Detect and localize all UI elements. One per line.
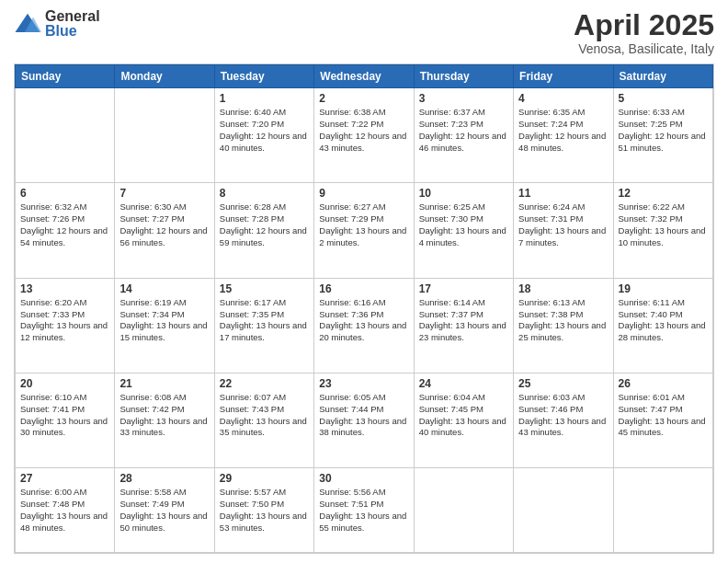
day-number: 23 [319, 377, 408, 390]
table-row [414, 468, 513, 553]
table-row: 20Sunrise: 6:10 AMSunset: 7:41 PMDayligh… [16, 373, 115, 467]
day-info: Sunrise: 5:58 AMSunset: 7:49 PMDaylight:… [119, 487, 209, 534]
day-info: Sunrise: 6:11 AMSunset: 7:40 PMDaylight:… [619, 297, 708, 344]
day-number: 25 [518, 377, 608, 390]
page: General Blue April 2025 Venosa, Basilica… [0, 0, 728, 563]
day-number: 22 [220, 377, 309, 390]
col-saturday: Saturday [613, 65, 712, 88]
logo-blue-text: Blue [45, 24, 100, 39]
day-number: 15 [220, 282, 309, 295]
table-row: 22Sunrise: 6:07 AMSunset: 7:43 PMDayligh… [214, 373, 313, 467]
col-thursday: Thursday [414, 65, 513, 88]
table-row [16, 88, 115, 183]
day-number: 1 [220, 92, 309, 105]
day-info: Sunrise: 6:30 AMSunset: 7:27 PMDaylight:… [119, 201, 209, 248]
day-info: Sunrise: 6:22 AMSunset: 7:32 PMDaylight:… [619, 201, 708, 248]
header: General Blue April 2025 Venosa, Basilica… [14, 9, 714, 56]
day-number: 30 [319, 472, 408, 485]
day-number: 19 [619, 282, 708, 295]
day-info: Sunrise: 6:37 AMSunset: 7:23 PMDaylight:… [419, 107, 508, 154]
day-number: 10 [419, 187, 508, 200]
day-info: Sunrise: 6:08 AMSunset: 7:42 PMDaylight:… [119, 392, 209, 439]
day-info: Sunrise: 6:20 AMSunset: 7:33 PMDaylight:… [20, 297, 109, 344]
col-friday: Friday [514, 65, 613, 88]
day-number: 8 [220, 187, 309, 200]
day-number: 14 [119, 282, 209, 295]
table-row: 6Sunrise: 6:32 AMSunset: 7:26 PMDaylight… [16, 183, 115, 278]
table-row: 3Sunrise: 6:37 AMSunset: 7:23 PMDaylight… [414, 88, 513, 183]
day-number: 28 [119, 472, 209, 485]
col-tuesday: Tuesday [214, 65, 313, 88]
table-row: 26Sunrise: 6:01 AMSunset: 7:47 PMDayligh… [613, 373, 712, 467]
calendar: Sunday Monday Tuesday Wednesday Thursday… [14, 63, 714, 554]
table-row: 28Sunrise: 5:58 AMSunset: 7:49 PMDayligh… [115, 468, 214, 553]
table-row: 30Sunrise: 5:56 AMSunset: 7:51 PMDayligh… [314, 468, 414, 553]
table-row: 23Sunrise: 6:05 AMSunset: 7:44 PMDayligh… [314, 373, 414, 467]
table-row: 25Sunrise: 6:03 AMSunset: 7:46 PMDayligh… [514, 373, 613, 467]
table-row: 9Sunrise: 6:27 AMSunset: 7:29 PMDaylight… [314, 183, 414, 278]
table-row: 27Sunrise: 6:00 AMSunset: 7:48 PMDayligh… [16, 468, 115, 553]
day-info: Sunrise: 6:27 AMSunset: 7:29 PMDaylight:… [319, 201, 408, 248]
table-row: 16Sunrise: 6:16 AMSunset: 7:36 PMDayligh… [314, 278, 414, 373]
table-row: 7Sunrise: 6:30 AMSunset: 7:27 PMDaylight… [115, 183, 214, 278]
day-number: 6 [20, 187, 109, 200]
table-row [115, 88, 214, 183]
table-row: 17Sunrise: 6:14 AMSunset: 7:37 PMDayligh… [414, 278, 513, 373]
logo-general-text: General [45, 9, 100, 24]
day-number: 21 [119, 377, 209, 390]
table-row: 13Sunrise: 6:20 AMSunset: 7:33 PMDayligh… [16, 278, 115, 373]
day-number: 11 [518, 187, 608, 200]
table-row: 24Sunrise: 6:04 AMSunset: 7:45 PMDayligh… [414, 373, 513, 467]
day-number: 5 [619, 92, 708, 105]
logo-icon [14, 10, 41, 38]
day-info: Sunrise: 6:35 AMSunset: 7:24 PMDaylight:… [518, 107, 608, 154]
day-info: Sunrise: 5:57 AMSunset: 7:50 PMDaylight:… [220, 487, 309, 534]
day-info: Sunrise: 6:07 AMSunset: 7:43 PMDaylight:… [220, 392, 309, 439]
day-number: 3 [419, 92, 508, 105]
day-info: Sunrise: 6:04 AMSunset: 7:45 PMDaylight:… [419, 392, 508, 439]
day-number: 27 [20, 472, 109, 485]
month-title: April 2025 [574, 9, 714, 41]
table-row: 15Sunrise: 6:17 AMSunset: 7:35 PMDayligh… [214, 278, 313, 373]
day-number: 12 [619, 187, 708, 200]
table-row: 1Sunrise: 6:40 AMSunset: 7:20 PMDaylight… [214, 88, 313, 183]
table-row: 29Sunrise: 5:57 AMSunset: 7:50 PMDayligh… [214, 468, 313, 553]
table-row: 5Sunrise: 6:33 AMSunset: 7:25 PMDaylight… [613, 88, 712, 183]
col-wednesday: Wednesday [314, 65, 414, 88]
table-row: 10Sunrise: 6:25 AMSunset: 7:30 PMDayligh… [414, 183, 513, 278]
day-info: Sunrise: 6:16 AMSunset: 7:36 PMDaylight:… [319, 297, 408, 344]
day-info: Sunrise: 6:01 AMSunset: 7:47 PMDaylight:… [619, 392, 708, 439]
table-row: 2Sunrise: 6:38 AMSunset: 7:22 PMDaylight… [314, 88, 414, 183]
day-info: Sunrise: 6:10 AMSunset: 7:41 PMDaylight:… [20, 392, 109, 439]
day-number: 26 [619, 377, 708, 390]
day-info: Sunrise: 6:17 AMSunset: 7:35 PMDaylight:… [220, 297, 309, 344]
day-info: Sunrise: 6:38 AMSunset: 7:22 PMDaylight:… [319, 107, 408, 154]
day-info: Sunrise: 6:00 AMSunset: 7:48 PMDaylight:… [20, 487, 109, 534]
day-number: 16 [319, 282, 408, 295]
logo-text: General Blue [45, 9, 100, 39]
title-section: April 2025 Venosa, Basilicate, Italy [574, 9, 714, 56]
day-info: Sunrise: 6:14 AMSunset: 7:37 PMDaylight:… [419, 297, 508, 344]
col-monday: Monday [115, 65, 214, 88]
day-info: Sunrise: 6:13 AMSunset: 7:38 PMDaylight:… [518, 297, 608, 344]
day-number: 7 [119, 187, 209, 200]
day-info: Sunrise: 6:25 AMSunset: 7:30 PMDaylight:… [419, 201, 508, 248]
day-info: Sunrise: 6:40 AMSunset: 7:20 PMDaylight:… [220, 107, 309, 154]
day-info: Sunrise: 6:19 AMSunset: 7:34 PMDaylight:… [119, 297, 209, 344]
table-row [613, 468, 712, 553]
day-info: Sunrise: 6:33 AMSunset: 7:25 PMDaylight:… [619, 107, 708, 154]
col-sunday: Sunday [16, 65, 115, 88]
table-row: 8Sunrise: 6:28 AMSunset: 7:28 PMDaylight… [214, 183, 313, 278]
day-number: 2 [319, 92, 408, 105]
day-number: 20 [20, 377, 109, 390]
day-info: Sunrise: 5:56 AMSunset: 7:51 PMDaylight:… [319, 487, 408, 534]
day-info: Sunrise: 6:03 AMSunset: 7:46 PMDaylight:… [518, 392, 608, 439]
day-number: 4 [518, 92, 608, 105]
table-row: 14Sunrise: 6:19 AMSunset: 7:34 PMDayligh… [115, 278, 214, 373]
day-info: Sunrise: 6:05 AMSunset: 7:44 PMDaylight:… [319, 392, 408, 439]
table-row: 18Sunrise: 6:13 AMSunset: 7:38 PMDayligh… [514, 278, 613, 373]
day-info: Sunrise: 6:28 AMSunset: 7:28 PMDaylight:… [220, 201, 309, 248]
table-row: 12Sunrise: 6:22 AMSunset: 7:32 PMDayligh… [613, 183, 712, 278]
day-number: 13 [20, 282, 109, 295]
table-row: 11Sunrise: 6:24 AMSunset: 7:31 PMDayligh… [514, 183, 613, 278]
